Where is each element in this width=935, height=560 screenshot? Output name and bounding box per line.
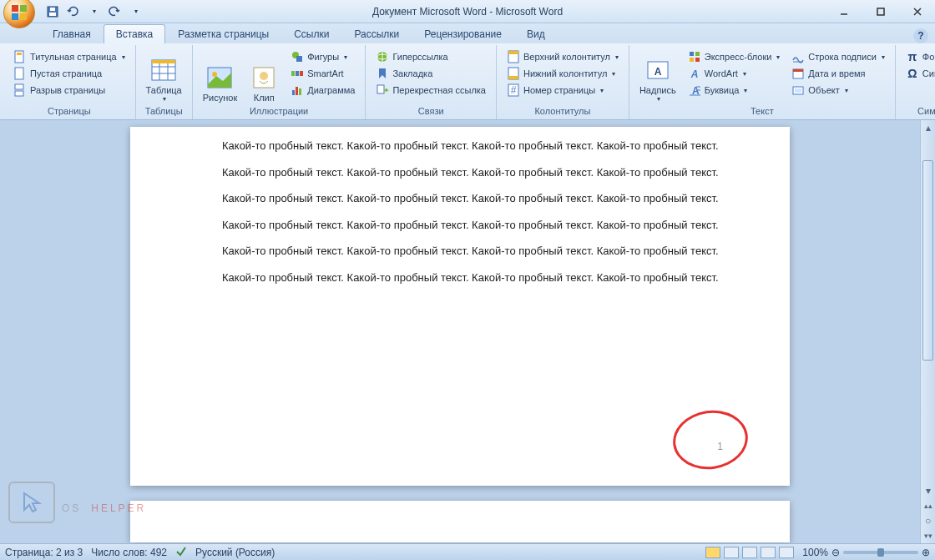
minimize-button[interactable] xyxy=(826,3,862,20)
web-layout-view[interactable] xyxy=(742,547,757,558)
table-button[interactable]: Таблица▾ xyxy=(143,48,185,104)
chart-button[interactable]: Диаграмма xyxy=(287,82,358,98)
drop-cap-icon: A xyxy=(688,83,701,97)
qat-customize[interactable]: ▾ xyxy=(129,4,144,19)
page-break-button[interactable]: Разрыв страницы xyxy=(10,82,129,98)
document-area: Какой-то пробный текст. Какой-то пробный… xyxy=(0,120,935,543)
print-layout-view[interactable] xyxy=(705,547,720,558)
equation-icon: π xyxy=(906,50,919,63)
clip-button[interactable]: Клип xyxy=(245,48,282,104)
group-tables: Таблица▾ Таблицы xyxy=(136,45,193,119)
date-time-button[interactable]: Дата и время xyxy=(788,65,887,82)
office-button[interactable] xyxy=(3,0,35,28)
help-button[interactable]: ? xyxy=(913,28,928,43)
undo-button[interactable] xyxy=(65,4,80,19)
header-button[interactable]: Верхний колонтитул▾ xyxy=(503,48,622,65)
redo-button[interactable] xyxy=(107,4,122,19)
equation-button[interactable]: πФормула▾ xyxy=(902,48,935,65)
svg-rect-2 xyxy=(12,13,18,20)
tab-page-layout[interactable]: Разметка страницы xyxy=(165,24,281,43)
zoom-level[interactable]: 100% xyxy=(802,547,828,558)
browse-object-button[interactable]: ○ xyxy=(921,513,935,528)
watermark-text: OS HELPER xyxy=(62,487,146,518)
scroll-up-button[interactable]: ▴ xyxy=(921,120,935,135)
watermark: OS HELPER xyxy=(8,482,146,523)
status-words[interactable]: Число слов: 492 xyxy=(91,547,167,558)
group-illustrations: Рисунок Клип Фигуры▾ SmartArt Диаграмма … xyxy=(193,45,366,119)
page-2[interactable] xyxy=(130,501,790,542)
chart-icon xyxy=(291,83,304,97)
textbox-button[interactable]: AНадпись▾ xyxy=(636,48,680,104)
tab-references[interactable]: Ссылки xyxy=(281,24,341,43)
prev-page-button[interactable]: ▴▴ xyxy=(921,498,935,513)
quick-parts-icon xyxy=(688,50,701,63)
maximize-button[interactable] xyxy=(863,3,898,20)
symbol-icon: Ω xyxy=(906,67,919,80)
hyperlink-icon xyxy=(376,50,389,63)
svg-rect-32 xyxy=(296,87,298,95)
picture-icon xyxy=(206,64,233,91)
paragraph: Какой-то пробный текст. Какой-то пробный… xyxy=(222,244,740,259)
tab-review[interactable]: Рецензирование xyxy=(412,24,514,43)
table-icon xyxy=(150,57,177,83)
undo-dropdown[interactable]: ▾ xyxy=(87,4,102,19)
clip-icon xyxy=(250,64,277,91)
scroll-track[interactable] xyxy=(921,135,935,483)
object-button[interactable]: Объект▾ xyxy=(788,82,887,98)
close-button[interactable] xyxy=(900,3,935,20)
shapes-icon xyxy=(291,50,304,63)
textbox-icon: A xyxy=(644,57,671,83)
outline-view[interactable] xyxy=(761,547,776,558)
page-number-button[interactable]: #Номер страницы▾ xyxy=(503,82,622,98)
bookmark-icon xyxy=(376,67,389,80)
tab-insert[interactable]: Вставка xyxy=(104,24,166,43)
full-screen-view[interactable] xyxy=(724,547,739,558)
crossref-button[interactable]: Перекрестная ссылка xyxy=(372,82,489,98)
svg-rect-47 xyxy=(695,52,700,56)
cover-page-button[interactable]: Титульная страница▾ xyxy=(10,48,129,65)
svg-rect-31 xyxy=(292,90,295,95)
status-page[interactable]: Страница: 2 из 3 xyxy=(5,547,83,558)
page-1[interactable]: Какой-то пробный текст. Какой-то пробный… xyxy=(130,127,790,486)
paragraph: Какой-то пробный текст. Какой-то пробный… xyxy=(222,165,740,180)
signature-line-button[interactable]: Строка подписи▾ xyxy=(788,48,887,65)
zoom-slider[interactable] xyxy=(843,551,918,554)
svg-rect-33 xyxy=(299,88,301,95)
zoom-thumb[interactable] xyxy=(877,548,884,557)
wordart-button[interactable]: AWordArt▾ xyxy=(685,65,784,82)
footer-icon xyxy=(507,67,520,80)
picture-button[interactable]: Рисунок xyxy=(200,48,241,104)
group-links-label: Связи xyxy=(372,104,489,118)
bookmark-button[interactable]: Закладка xyxy=(372,65,489,82)
scroll-thumb[interactable] xyxy=(922,160,933,361)
svg-rect-8 xyxy=(877,8,884,15)
document-scroll[interactable]: Какой-то пробный текст. Какой-то пробный… xyxy=(0,120,920,543)
tab-view[interactable]: Вид xyxy=(514,24,558,43)
draft-view[interactable] xyxy=(779,547,794,558)
date-time-icon xyxy=(791,67,805,80)
symbol-button[interactable]: ΩСимвол▾ xyxy=(902,65,935,82)
tab-mailings[interactable]: Рассылки xyxy=(341,24,412,43)
tab-home[interactable]: Главная xyxy=(40,24,104,43)
footer-button[interactable]: Нижний колонтитул▾ xyxy=(503,65,622,82)
proofing-icon[interactable] xyxy=(175,545,187,559)
group-text-label: Текст xyxy=(636,104,888,118)
svg-rect-13 xyxy=(15,68,23,79)
save-button[interactable] xyxy=(45,4,60,19)
scroll-down-button[interactable]: ▾ xyxy=(921,483,935,498)
svg-rect-3 xyxy=(20,13,27,20)
drop-cap-button[interactable]: AБуквица▾ xyxy=(685,82,784,98)
shapes-button[interactable]: Фигуры▾ xyxy=(287,48,358,65)
next-page-button[interactable]: ▾▾ xyxy=(921,528,935,543)
status-language[interactable]: Русский (Россия) xyxy=(195,547,275,558)
zoom-in-button[interactable]: ⊕ xyxy=(922,547,930,558)
zoom-out-button[interactable]: ⊖ xyxy=(831,547,840,558)
blank-page-button[interactable]: Пустая страница xyxy=(10,65,129,82)
svg-rect-12 xyxy=(17,53,22,55)
svg-rect-59 xyxy=(795,88,801,93)
quick-parts-button[interactable]: Экспресс-блоки▾ xyxy=(685,48,784,65)
hyperlink-button[interactable]: Гиперссылка xyxy=(372,48,489,65)
svg-rect-5 xyxy=(49,13,56,16)
smartart-button[interactable]: SmartArt xyxy=(287,65,358,82)
window-title: Документ Microsoft Word - Microsoft Word xyxy=(372,6,563,18)
